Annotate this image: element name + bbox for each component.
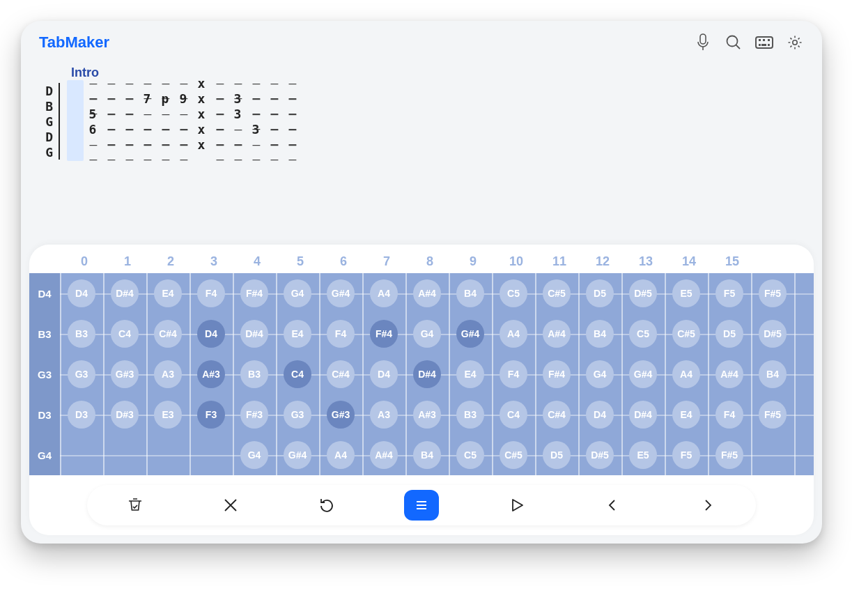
note-dot[interactable]: D#5 [586,441,614,469]
note-dot[interactable]: A#3 [197,360,225,388]
note-dot[interactable]: G#3 [327,401,355,429]
fret-cell[interactable]: F5 [708,273,751,314]
note-dot[interactable]: C4 [111,320,139,348]
note-dot[interactable]: G#4 [284,441,311,469]
tab-cell[interactable]: x [192,137,210,167]
note-dot[interactable]: D#4 [629,401,657,429]
search-icon[interactable] [725,33,743,52]
note-dot[interactable]: D5 [543,441,571,469]
fret-cell[interactable]: D#4 [233,314,276,354]
fret-cell[interactable]: G4 [233,435,276,475]
note-dot[interactable]: D4 [586,401,614,429]
note-dot[interactable]: A4 [500,320,527,348]
note-dot[interactable]: C5 [629,320,657,348]
note-dot[interactable]: A#4 [413,279,441,307]
fret-cell[interactable]: F5 [665,435,708,475]
trash-button[interactable] [118,490,153,521]
note-dot[interactable]: B3 [456,401,484,429]
note-dot[interactable]: F#4 [370,320,398,348]
fret-cell[interactable]: F4 [319,314,362,354]
fret-cell[interactable]: C#4 [319,354,362,394]
fret-cell[interactable]: C#5 [665,314,708,354]
fret-cell[interactable]: C#5 [535,273,578,314]
note-dot[interactable]: C#4 [543,401,571,429]
fret-cell[interactable]: B3 [60,314,103,354]
tab-cell-empty[interactable] [156,137,174,167]
note-dot[interactable]: G#3 [111,360,139,388]
note-dot[interactable]: A3 [370,401,398,429]
fret-cell[interactable]: C#5 [492,435,535,475]
note-dot[interactable]: E4 [672,401,700,429]
note-dot[interactable]: C#5 [500,441,527,469]
note-dot[interactable]: D#4 [240,320,268,348]
note-dot[interactable]: G4 [240,441,268,469]
fret-cell[interactable]: D#3 [103,394,146,435]
tab-cell-empty[interactable] [120,137,138,167]
fret-cell[interactable]: F4 [189,273,233,314]
textarea-button[interactable] [404,490,439,521]
fret-cell[interactable]: F#4 [362,314,405,354]
next-button[interactable] [690,490,725,521]
fret-cell[interactable]: D5 [535,435,578,475]
fret-cell[interactable]: G#4 [319,273,362,314]
tab-cell-empty[interactable] [210,137,229,167]
note-dot[interactable]: B4 [413,441,441,469]
fret-cell[interactable]: E4 [665,394,708,435]
fret-cell[interactable]: D4 [189,314,233,354]
fret-cell[interactable]: F#5 [708,435,751,475]
fret-cell[interactable]: D5 [578,273,621,314]
fret-cell[interactable]: F4 [492,354,535,394]
fret-cell[interactable]: C5 [449,435,492,475]
fretboard[interactable]: D4D4D#4E4F4F#4G4G#4A4A#4B4C5C#5D5D#5E5F5… [29,273,814,475]
note-dot[interactable]: G#4 [629,360,657,388]
note-dot[interactable]: F3 [197,401,225,429]
note-dot[interactable]: F5 [672,441,700,469]
note-dot[interactable]: A4 [370,279,398,307]
fret-cell[interactable]: D#4 [621,394,665,435]
prev-button[interactable] [595,490,630,521]
tab-cell-empty[interactable] [174,137,192,167]
fret-cell[interactable]: E4 [276,314,319,354]
tab-editor[interactable]: Intro DxB7p9x3G85x3D6x3Gx [21,59,822,174]
fret-cell[interactable]: A#4 [535,314,578,354]
note-dot[interactable]: F4 [715,401,743,429]
fret-cell[interactable]: A3 [146,354,189,394]
fret-cell[interactable]: A#4 [405,273,449,314]
keyboard-icon[interactable] [755,33,773,52]
fret-cell[interactable] [103,435,146,475]
fret-cell[interactable]: A#4 [708,354,751,394]
fret-cell[interactable]: D4 [578,394,621,435]
note-dot[interactable]: C4 [284,360,311,388]
note-dot[interactable]: D4 [68,279,95,307]
note-dot[interactable]: D#5 [759,320,787,348]
fret-cell[interactable]: A4 [492,314,535,354]
fret-cell[interactable]: A#3 [189,354,233,394]
note-dot[interactable]: F4 [500,360,527,388]
fret-cell[interactable]: B3 [233,354,276,394]
fret-cell[interactable]: A#4 [362,435,405,475]
note-dot[interactable]: F#5 [759,279,787,307]
note-dot[interactable]: D4 [197,320,225,348]
note-dot[interactable]: F5 [715,279,743,307]
fret-cell[interactable]: C4 [103,314,146,354]
fret-cell[interactable]: C#4 [535,394,578,435]
close-button[interactable] [213,490,248,521]
tab-cell-empty[interactable] [265,137,283,167]
fret-cell[interactable]: D#5 [751,314,794,354]
fret-cell[interactable]: B4 [449,273,492,314]
note-dot[interactable]: B4 [586,320,614,348]
note-dot[interactable]: E5 [672,279,700,307]
fret-cell[interactable]: G#4 [621,354,665,394]
tab-cell-empty[interactable] [283,137,301,167]
fret-cell[interactable]: G3 [276,394,319,435]
note-dot[interactable]: F#5 [759,401,787,429]
tab-cell-empty[interactable] [138,137,156,167]
fret-cell[interactable]: D#4 [405,354,449,394]
note-dot[interactable]: G4 [586,360,614,388]
fret-cell[interactable]: B4 [578,314,621,354]
fret-cell[interactable]: F#4 [233,273,276,314]
fret-cell[interactable]: D3 [60,394,103,435]
note-dot[interactable]: G#4 [456,320,484,348]
note-dot[interactable]: F#4 [240,279,268,307]
note-dot[interactable]: E5 [629,441,657,469]
